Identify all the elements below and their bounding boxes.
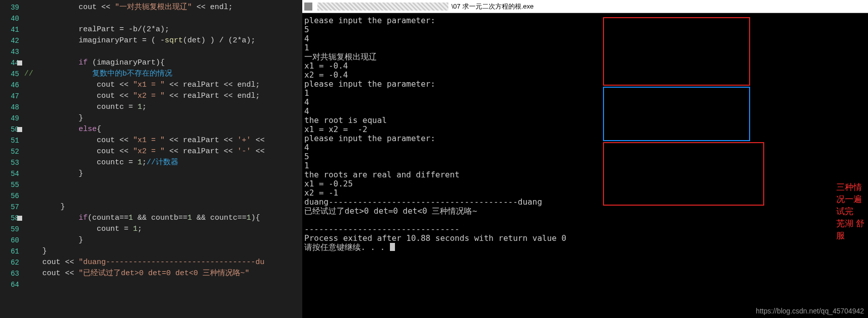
code-line[interactable]: realPart = -b/(2*a); — [24, 24, 264, 35]
annotation-line2: 芜湖 舒服 — [836, 218, 868, 242]
console-line: 4 — [304, 98, 868, 107]
code-line[interactable]: } — [24, 235, 264, 246]
root: 3940414243444546474849505152535455565758… — [0, 0, 868, 318]
code-line[interactable]: cout << "x2 = " << realPart << '-' << — [24, 146, 264, 157]
cursor-icon — [390, 243, 395, 251]
code-line[interactable] — [24, 279, 264, 290]
fold-toggle-icon[interactable] — [17, 60, 22, 66]
console-line: please input the parameter: — [304, 16, 868, 25]
code-line[interactable] — [24, 179, 264, 190]
console-line: the root is equal — [304, 116, 868, 125]
console-line — [304, 216, 868, 225]
code-line[interactable]: countc = 1; — [24, 102, 264, 113]
console-line: duang-----------------------------------… — [304, 198, 868, 207]
console-line: 4 — [304, 143, 868, 152]
code-line[interactable]: imaginaryPart = ( -sqrt(det) ) / (2*a); — [24, 35, 264, 46]
console-line: x1 = x2 = -2 — [304, 125, 868, 134]
console-line: 请按任意键继续. . . — [304, 243, 868, 252]
console-line: 一对共轭复根出现辽 — [304, 52, 868, 61]
code-line[interactable]: cout << "x2 = " << realPart << endl; — [24, 91, 264, 102]
console-line: x1 = -0.4 — [304, 61, 868, 71]
console-line: 5 — [304, 25, 868, 34]
app-icon — [304, 3, 312, 11]
console-line: please input the parameter: — [304, 134, 868, 143]
console-line: Process exited after 10.88 seconds with … — [304, 234, 868, 243]
fold-column — [17, 0, 24, 318]
code-line[interactable]: cout << "duang--------------------------… — [24, 257, 264, 268]
code-line[interactable]: countc = 1;//计数器 — [24, 157, 264, 168]
code-line[interactable]: cout << "已经试过了det>0 det=0 det<0 三种情况咯~" — [24, 268, 264, 279]
code-line[interactable]: count = 1; — [24, 224, 264, 235]
fold-toggle-icon[interactable] — [17, 216, 22, 221]
annotation-text: 三种情况一遍试完 芜湖 舒服 — [836, 181, 868, 242]
watermark: https://blog.csdn.net/qq_45704942 — [756, 307, 864, 315]
code-line[interactable]: } — [24, 246, 264, 257]
code-line[interactable]: // 复数中的b不存在的情况 — [24, 69, 264, 80]
code-line[interactable]: cout << "x1 = " << realPart << '+' << — [24, 135, 264, 146]
annotation-line1: 三种情况一遍试完 — [836, 181, 868, 218]
code-line[interactable] — [24, 13, 264, 24]
code-line[interactable]: if(counta==1 && countb==1 && countc==1){ — [24, 213, 264, 224]
titlebar-path-tail: \07 求一元二次方程的根.exe — [451, 2, 533, 11]
code-area[interactable]: cout << "一对共轭复根出现辽" << endl; realPart = … — [24, 2, 264, 290]
code-line[interactable] — [24, 46, 264, 57]
code-line[interactable]: } — [24, 168, 264, 179]
code-line[interactable]: cout << "一对共轭复根出现辽" << endl; — [24, 2, 264, 13]
console-output[interactable]: please input the parameter:541一对共轭复根出现辽x… — [302, 13, 868, 252]
code-editor[interactable]: 3940414243444546474849505152535455565758… — [0, 0, 302, 318]
code-line[interactable]: else{ — [24, 124, 264, 135]
console-line: the roots are real and different — [304, 170, 868, 179]
console-titlebar[interactable]: \07 求一元二次方程的根.exe — [302, 0, 868, 13]
titlebar-pixelated-path — [317, 3, 448, 11]
console-line: 已经试过了det>0 det=0 det<0 三种情况咯~ — [304, 207, 868, 216]
console-window: \07 求一元二次方程的根.exe please input the param… — [302, 0, 868, 318]
code-line[interactable]: if (imaginaryPart){ — [24, 57, 264, 69]
console-line: x2 = -0.4 — [304, 71, 868, 80]
console-line: x2 = -1 — [304, 188, 868, 198]
console-line: 1 — [304, 43, 868, 52]
fold-toggle-icon[interactable] — [17, 127, 22, 132]
console-line: 1 — [304, 89, 868, 98]
code-line[interactable] — [24, 190, 264, 202]
console-line: 5 — [304, 152, 868, 161]
console-line: 1 — [304, 161, 868, 170]
code-line[interactable]: cout << "x1 = " << realPart << endl; — [24, 80, 264, 91]
console-line: 4 — [304, 34, 868, 43]
console-line: 4 — [304, 107, 868, 116]
console-line: -------------------------------- — [304, 225, 868, 234]
console-line: x1 = -0.25 — [304, 179, 868, 188]
console-line: please input the parameter: — [304, 80, 868, 89]
code-line[interactable]: } — [24, 202, 264, 213]
code-line[interactable]: } — [24, 113, 264, 124]
